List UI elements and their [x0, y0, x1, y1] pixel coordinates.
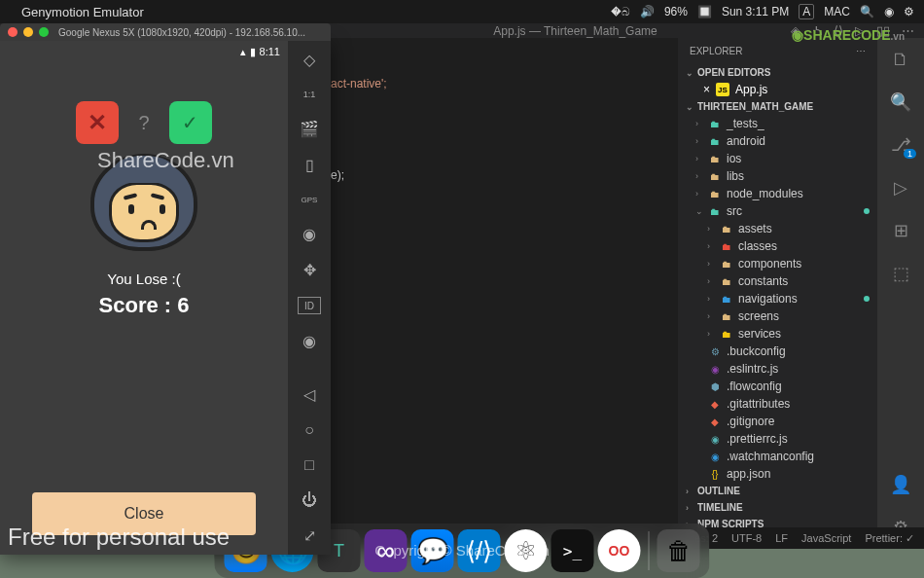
files-icon[interactable]: 🗋 — [889, 48, 912, 71]
clock[interactable]: Sun 3:11 PM — [722, 5, 789, 18]
lose-message: You Lose :( — [107, 271, 180, 287]
scale-icon[interactable]: 1:1 — [298, 87, 321, 102]
close-window-button[interactable] — [8, 27, 18, 37]
file-gitattributes[interactable]: ◆.gitattributes — [678, 395, 877, 413]
source-control-icon[interactable]: ⎇1 — [889, 133, 912, 157]
emulator-titlebar[interactable]: Google Nexus 5X (1080x1920, 420dpi) - 19… — [0, 23, 331, 41]
emulator-window: Google Nexus 5X (1080x1920, 420dpi) - 19… — [0, 41, 331, 555]
user-name[interactable]: MAC — [824, 5, 850, 18]
file-buckconfig[interactable]: ⚙.buckconfig — [678, 343, 877, 360]
language-mode[interactable]: JavaScript — [801, 532, 851, 544]
close-file-icon[interactable]: × — [703, 83, 710, 96]
android-recent-icon[interactable]: □ — [298, 456, 321, 474]
emulator-title: Google Nexus 5X (1080x1920, 420dpi) - 19… — [58, 27, 305, 38]
prettier-status[interactable]: Prettier: ✓ — [865, 532, 914, 545]
score-label: Score : 6 — [99, 293, 190, 318]
camera-icon[interactable]: ◉ — [298, 225, 321, 243]
dock-trash[interactable]: 🗑 — [657, 529, 700, 572]
folder-libs[interactable]: ›🖿libs — [678, 167, 877, 185]
volume-icon[interactable]: 🔊 — [640, 5, 655, 18]
android-back-icon[interactable]: ◁ — [298, 385, 321, 404]
folder-components[interactable]: ›🖿components — [678, 255, 877, 272]
explorer-label: EXPLORER — [690, 46, 742, 56]
phone-time: 8:11 — [260, 46, 280, 57]
activity-bar: 🗋 🔍 ⎇1 ▷ ⊞ ⬚ 👤 ⚙ — [877, 38, 924, 549]
file-prettierrc[interactable]: ◉.prettierrc.js — [678, 430, 877, 448]
account-icon[interactable]: 👤 — [889, 473, 912, 496]
eol[interactable]: LF — [775, 532, 788, 544]
phone-battery-icon: ▮ — [250, 46, 256, 58]
macos-menubar: Genymotion Emulator �බ 🔊 96% 🔲 Sun 3:11 … — [0, 0, 924, 23]
debug-icon[interactable]: ▷ — [889, 176, 912, 199]
search-icon[interactable]: 🔍 — [889, 90, 912, 114]
input-lang[interactable]: A — [799, 4, 814, 19]
dock-vscode[interactable]: ⟨/⟩ — [458, 529, 501, 572]
folder-assets[interactable]: ›🖿assets — [678, 220, 877, 237]
remote-icon[interactable]: ⬚ — [889, 262, 912, 285]
maximize-window-button[interactable] — [39, 27, 49, 37]
folder-android[interactable]: ›🖿android — [678, 132, 877, 150]
file-appjson[interactable]: {}app.json — [678, 465, 877, 483]
file-flowconfig[interactable]: ⬢.flowconfig — [678, 378, 877, 395]
phone-statusbar: ▴ ▮ 8:11 — [0, 41, 288, 62]
outline-section[interactable]: ›OUTLINE — [678, 483, 877, 499]
folder-screens[interactable]: ›🖿screens — [678, 307, 877, 325]
folder-node-modules[interactable]: ›🖿node_modules — [678, 185, 877, 202]
dock-reactnative[interactable]: ⚛ — [505, 529, 548, 572]
battery-percent: 96% — [664, 5, 688, 18]
id-icon[interactable]: ID — [298, 297, 321, 314]
encoding[interactable]: UTF-8 — [731, 532, 762, 544]
sad-face-avatar — [90, 154, 197, 251]
emulator-toolbar: ◇ 1:1 🎬 ▯ GPS ◉ ✥ ID ◉ ◁ ○ □ ⏻ ⤢ — [288, 41, 331, 555]
minimize-window-button[interactable] — [23, 27, 33, 37]
search-icon[interactable]: 🔍 — [860, 5, 874, 18]
folder-classes[interactable]: ›🖿classes — [678, 237, 877, 255]
rotate-icon[interactable]: ◇ — [298, 51, 321, 69]
folder-navigations[interactable]: ›🖿navigations — [678, 290, 877, 307]
dock-messenger[interactable]: 💬 — [411, 529, 454, 572]
phone-screen: ▴ ▮ 8:11 ✕ ? ✓ You Lose :( Score — [0, 41, 288, 555]
dock-iterm[interactable]: >_ — [551, 529, 594, 572]
dock-genymotion[interactable]: OO — [598, 529, 641, 572]
folder-tests[interactable]: ›🖿_tests_ — [678, 115, 877, 132]
wrong-icon: ✕ — [76, 101, 119, 144]
explorer-panel: EXPLORER ⋯ ⌄OPEN EDITORS × JS App.js ⌄TH… — [678, 38, 877, 549]
dock-separator — [649, 531, 650, 570]
app-name[interactable]: Genymotion Emulator — [21, 5, 144, 19]
folder-constants[interactable]: ›🖿constants — [678, 272, 877, 290]
timeline-section[interactable]: ›TIMELINE — [678, 499, 877, 516]
battery-tool-icon[interactable]: ▯ — [298, 156, 321, 174]
extensions-icon[interactable]: ⊞ — [889, 219, 912, 242]
explorer-more-icon[interactable]: ⋯ — [856, 46, 866, 56]
fullscreen-icon[interactable]: ⤢ — [298, 526, 321, 545]
open-editor-file[interactable]: × JS App.js — [678, 81, 877, 98]
signal-icon: ▴ — [240, 46, 246, 58]
android-home-icon[interactable]: ○ — [298, 421, 321, 439]
control-center-icon[interactable]: ⚙ — [904, 5, 914, 18]
project-section[interactable]: ⌄THIRTEEN_MATH_GAME — [678, 98, 877, 115]
open-editors-section[interactable]: ⌄OPEN EDITORS — [678, 64, 877, 81]
siri-icon[interactable]: ◉ — [884, 5, 894, 18]
record-icon[interactable]: 🎬 — [298, 120, 321, 138]
gps-icon[interactable]: GPS — [298, 192, 321, 207]
battery-icon[interactable]: 🔲 — [697, 5, 712, 18]
file-eslintrc[interactable]: ◉.eslintrc.js — [678, 360, 877, 378]
sharecode-logo: ◉SHARECODE.vn — [792, 27, 905, 43]
question-icon: ? — [138, 112, 149, 134]
folder-src[interactable]: ⌄🖿src — [678, 202, 877, 220]
close-button[interactable]: Close — [32, 492, 256, 535]
move-icon[interactable]: ✥ — [298, 261, 321, 279]
folder-ios[interactable]: ›🖿ios — [678, 150, 877, 167]
correct-icon: ✓ — [169, 101, 212, 144]
dock-visualstudio[interactable]: ∞ — [365, 529, 408, 572]
file-watchmanconfig[interactable]: ◉.watchmanconfig — [678, 448, 877, 465]
folder-services[interactable]: ›🖿services — [678, 325, 877, 343]
vscode-title: App.js — Thirteen_Math_Game — [370, 24, 781, 38]
file-gitignore[interactable]: ◆.gitignore — [678, 413, 877, 430]
power-icon[interactable]: ⏻ — [298, 491, 321, 509]
wifi-icon[interactable]: �බ — [611, 5, 630, 18]
disk-icon[interactable]: ◉ — [298, 332, 321, 350]
